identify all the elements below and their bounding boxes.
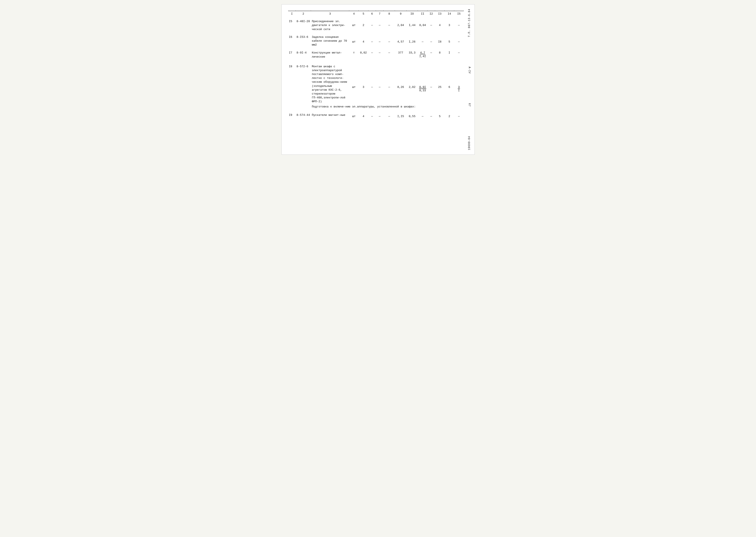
fraction-I8: 0,9I 0,33 <box>419 86 427 92</box>
fraction-I7: 4,7 I,4I <box>419 51 427 58</box>
row-col6: — <box>368 112 376 119</box>
row-col5: 0,02 <box>359 50 368 59</box>
row-col13: 4 <box>435 17 444 32</box>
table-row: I9 8-574-44 Пускатели магнит-ные шт 4 — … <box>288 112 464 119</box>
col-header-8: 8 <box>384 11 395 17</box>
col-header-7: 7 <box>376 11 384 17</box>
row-col7: — <box>376 112 384 119</box>
col-header-6: 6 <box>368 11 376 17</box>
col-header-11: II <box>418 11 427 17</box>
row-col9: I,I5 <box>395 112 406 119</box>
row-col15: — <box>454 35 464 48</box>
side-label-bottom: 19699-04 <box>468 136 471 150</box>
row-code: 8-572-6 <box>296 64 311 104</box>
row-id: I7 <box>288 50 296 59</box>
spacer-row <box>288 32 464 35</box>
row-desc: Заделка концевая кабеля сечением до 70 м… <box>311 35 349 48</box>
row-col8: — <box>384 64 395 104</box>
row-col9: 2,04 <box>395 17 406 32</box>
row-col12: — <box>427 50 435 59</box>
row-col8: — <box>384 50 395 59</box>
row-desc: Монтаж шкафа с электроаппаратурой постав… <box>311 64 349 104</box>
col-header-5: 5 <box>359 11 368 17</box>
row-col8: — <box>384 112 395 119</box>
row-col4: шт <box>349 112 359 119</box>
side-label-top: Т.П. 807-13-6.84 <box>468 9 471 37</box>
row-col4: шт <box>349 35 359 48</box>
table-row: I7 8-9I-4 Конструкции метал-лические т 0… <box>288 50 464 59</box>
row-desc: Присоединение эл. двигателя к электри-че… <box>311 17 349 32</box>
row-col7: — <box>376 64 384 104</box>
row-id: I8 <box>288 64 296 104</box>
row-col14: 5 <box>444 35 454 48</box>
row-id: I5 <box>288 17 296 32</box>
row-col15: — <box>454 112 464 119</box>
row-col6: — <box>368 17 376 32</box>
row-col10: 0,55 <box>406 112 418 119</box>
row-col5: 3 <box>359 64 368 104</box>
row-col15: — <box>454 50 464 59</box>
spacer-row <box>288 60 464 64</box>
row-col13: 5 <box>435 112 444 119</box>
row-code: 8-9I-4 <box>296 50 311 59</box>
row-col14: 3 <box>444 17 454 32</box>
row-col12: — <box>427 64 435 104</box>
spacer-row <box>288 48 464 50</box>
col-header-15: I5 <box>454 11 464 17</box>
row-code: 8-48I-20 <box>296 17 311 32</box>
main-table: I 2 3 4 5 6 7 8 9 IO II I2 I3 I4 I5 I5 8 <box>288 11 464 119</box>
col-header-10: IO <box>406 11 418 17</box>
row-col10: I,44 <box>406 17 418 32</box>
header-row: I 2 3 4 5 6 7 8 9 IO II I2 I3 I4 I5 <box>288 11 464 17</box>
row-col14: 6 <box>444 64 454 104</box>
row-col11-fraction: 4,7 I,4I <box>418 50 427 59</box>
row-col11: 0,04 <box>418 17 427 32</box>
row-col13: 25 <box>435 64 444 104</box>
row-col7: — <box>376 35 384 48</box>
col-header-2: 2 <box>296 11 311 17</box>
row-col14: I <box>444 50 454 59</box>
col-header-9: 9 <box>395 11 406 17</box>
col-header-3: 3 <box>311 11 349 17</box>
row-col4: шт <box>349 17 359 32</box>
row-col9: 4,57 <box>395 35 406 48</box>
row-col8: — <box>384 35 395 48</box>
row-col10: I,26 <box>406 35 418 48</box>
col-header-1: I <box>288 11 296 17</box>
sub-desc-text: Подготовка к включе-нию эл.аппаратуры, у… <box>311 104 464 109</box>
row-col5: 4 <box>359 112 368 119</box>
row-col13: 8 <box>435 50 444 59</box>
spacer-row <box>288 109 464 112</box>
row-col13: I8 <box>435 35 444 48</box>
col-header-4: 4 <box>349 11 359 17</box>
fraction-I8-col15: 3 I <box>458 86 460 92</box>
page-container: Т.П. 807-13-6.84 А-IV 67 19699-04 I <box>282 4 475 155</box>
row-col4: т <box>349 50 359 59</box>
row-col4: шт <box>349 64 359 104</box>
row-col15-fraction: 3 I <box>454 64 464 104</box>
row-col10: 33,3 <box>406 50 418 59</box>
row-id: I6 <box>288 35 296 48</box>
row-code: 8-I53-6 <box>296 35 311 48</box>
table-row: I8 8-572-6 Монтаж шкафа с электроаппарат… <box>288 64 464 104</box>
row-col12: — <box>427 112 435 119</box>
row-col6: — <box>368 35 376 48</box>
row-col6: — <box>368 64 376 104</box>
sub-description-row: Подготовка к включе-нию эл.аппаратуры, у… <box>288 104 464 109</box>
row-col5: 4 <box>359 35 368 48</box>
row-col14: 2 <box>444 112 454 119</box>
row-col8: — <box>384 17 395 32</box>
table-row: I5 8-48I-20 Присоединение эл. двигателя … <box>288 17 464 32</box>
row-col10: 2,02 <box>406 64 418 104</box>
row-col6: — <box>368 50 376 59</box>
row-id: I9 <box>288 112 296 119</box>
row-col9: 377 <box>395 50 406 59</box>
col-header-13: I3 <box>435 11 444 17</box>
side-label-middle: А-IV <box>468 66 471 74</box>
row-col12: — <box>427 35 435 48</box>
sub-desc-empty <box>288 104 311 109</box>
row-col15: — <box>454 17 464 32</box>
row-col7: — <box>376 17 384 32</box>
col-header-12: I2 <box>427 11 435 17</box>
row-col11: — <box>418 112 427 119</box>
